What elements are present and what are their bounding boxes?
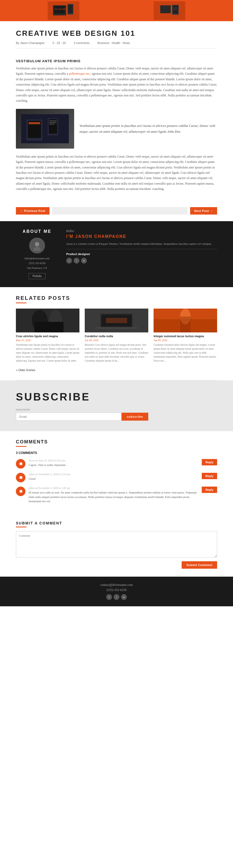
hero-image-right: [154, 1, 185, 20]
reply-button-3[interactable]: Reply: [202, 487, 217, 493]
about-role: Product designer: [66, 252, 217, 256]
post-date: 5 - 23 - 20: [53, 41, 66, 44]
comment-body-2: eldon on November 5, 2020 at 5:53 pm Gre…: [29, 473, 199, 481]
prev-post-button[interactable]: ← Previous Post: [16, 207, 49, 215]
comment-meta-3: eldon on November 5, 2020 at 2:26 am: [29, 487, 199, 490]
hero-image-left: $1,400,000: [48, 1, 79, 20]
footer-twitter-icon[interactable]: t: [113, 594, 120, 600]
footer-facebook-icon[interactable]: f: [106, 594, 112, 600]
about-email: hello@diviresume.com: [16, 256, 58, 261]
section-heading: VESTIBULUM ANTE IPSUM PRIMIS: [16, 59, 217, 63]
post-comments: 3 comments: [74, 41, 90, 44]
subscribe-label: newsletter: [16, 408, 148, 411]
submit-underline: [16, 527, 27, 527]
about-left: ABOUT ME hello@diviresume.com (255) 352-…: [16, 229, 58, 279]
about-name: I'M JASON CHAMPAGNE: [66, 234, 217, 239]
about-bio: Jason is a content creator at Elegant Th…: [66, 242, 217, 249]
hero-banner: $1,400,000: [0, 0, 233, 21]
related-img-1: [16, 309, 79, 333]
related-title-1: Cras utricles ligula sed magna: [16, 335, 79, 338]
related-text-2: Business Cras ultrices ligula sed magna …: [85, 343, 148, 363]
body-text-2: Vestibulum ante ipsum primis in faucibus…: [16, 154, 217, 192]
subscribe-email-input[interactable]: [16, 413, 122, 421]
main-content: VESTIBULUM ANTE IPSUM PRIMIS Vestibulum …: [0, 54, 233, 200]
body-link[interactable]: pellentesque nec,: [69, 72, 91, 75]
comment-text-1: I agree. That is really important.: [29, 463, 199, 467]
related-img-2: [85, 309, 148, 333]
submit-btn-row: Submit Comment: [16, 561, 217, 569]
comment-text-3: Id ornare arcu odio ut sem. Sit amet com…: [29, 490, 199, 503]
subscribe-button[interactable]: subscribe: [122, 413, 148, 421]
footer-email: contact@diviresume.com: [10, 583, 223, 587]
twitter-icon[interactable]: t: [74, 258, 79, 264]
nav-spacer: [52, 207, 188, 215]
svg-rect-25: [34, 322, 64, 333]
footer: contact@diviresume.com (255) 352-6258 f …: [0, 577, 233, 606]
svg-rect-16: [49, 119, 57, 134]
svg-point-20: [35, 242, 39, 246]
svg-rect-34: [180, 316, 191, 333]
comment-item-1: ✱ Jason on June 16, 2020 at 9:01 pm I ag…: [16, 459, 217, 469]
svg-rect-17: [49, 121, 57, 121]
media-quote-block: Vestibulum ante ipsum primis in faucibus…: [16, 109, 217, 149]
reply-button-1[interactable]: Reply: [202, 459, 217, 465]
linkedin-icon[interactable]: in: [81, 258, 87, 264]
comment-avatar-3: ✱: [16, 487, 25, 496]
submit-comment-button[interactable]: Submit Comment: [181, 561, 217, 569]
submit-comment-section: SUBMIT A COMMENT Submit Comment: [0, 516, 233, 577]
about-section: ABOUT ME hello@diviresume.com (255) 352-…: [0, 221, 233, 287]
related-grid: Cras utricles ligula sed magna May 25, 2…: [16, 309, 217, 363]
related-text-1: Vestibulum ante ipsum primis in faucibus…: [16, 343, 79, 363]
related-card-2: Curabitur nulla nulla Jun 09, 2020 Busin…: [85, 309, 148, 363]
svg-rect-7: [173, 6, 178, 13]
svg-rect-30: [106, 318, 127, 323]
comments-count: 3 COMMENTS: [16, 451, 217, 455]
about-hello: Hello!: [66, 229, 217, 233]
older-entries-link[interactable]: « Older Entries: [16, 368, 35, 372]
post-title: CREATIVE WEB DESIGN 101: [16, 29, 217, 38]
related-img-3: [154, 309, 217, 333]
svg-rect-5: [160, 5, 171, 13]
svg-rect-14: [29, 122, 40, 124]
article-image: [16, 109, 74, 149]
related-title-3: Integer euismod lacus luctus magna: [154, 335, 217, 338]
post-header: CREATIVE WEB DESIGN 101 By Jason Champag…: [0, 21, 233, 54]
subscribe-section: SUBSCRIBE newsletter subscribe: [0, 380, 233, 431]
subscribe-form: newsletter subscribe: [16, 408, 148, 421]
about-social-icons: f t in: [66, 258, 217, 264]
comment-body-3: eldon on November 5, 2020 at 2:26 am Id …: [29, 487, 199, 503]
facebook-icon[interactable]: f: [66, 258, 72, 264]
svg-rect-29: [95, 327, 138, 329]
comment-meta-1: Jason on June 16, 2020 at 9:01 pm: [29, 459, 199, 462]
post-meta: By Jason Champagne 5 - 23 - 20 3 comment…: [16, 41, 217, 49]
related-card-1: Cras utricles ligula sed magna May 25, 2…: [16, 309, 79, 363]
comment-avatar-1: ✱: [16, 459, 25, 469]
svg-point-21: [33, 247, 41, 251]
reply-button-2[interactable]: Reply: [202, 473, 217, 479]
comment-item-3: ✱ eldon on November 5, 2020 at 2:26 am I…: [16, 487, 217, 503]
related-section: RELATED POSTS Cras utricles ligula sed m…: [0, 287, 233, 380]
comment-textarea[interactable]: [16, 531, 217, 558]
next-post-button[interactable]: Next Post →: [190, 207, 217, 215]
footer-social-icons: f t in: [10, 594, 223, 600]
comment-item-2: ✱ eldon on November 5, 2020 at 5:53 pm G…: [16, 473, 217, 482]
comments-underline: [16, 446, 27, 447]
svg-rect-19: [49, 124, 55, 124]
portfolio-button[interactable]: Porfolio: [29, 273, 45, 279]
related-title-2: Curabitur nulla nulla: [85, 335, 148, 338]
footer-linkedin-icon[interactable]: in: [121, 594, 127, 600]
about-right: Hello! I'M JASON CHAMPAGNE Jason is a co…: [66, 229, 217, 264]
related-date-3: Jun 09, 2020: [154, 339, 217, 342]
related-date-2: Jun 09, 2020: [85, 339, 148, 342]
avatar: [29, 238, 45, 253]
post-author: By Jason Champagne: [16, 41, 44, 44]
submit-heading: SUBMIT A COMMENT: [16, 521, 217, 525]
related-date-1: May 25, 2020: [16, 339, 79, 342]
comment-text-2: Great!: [29, 476, 199, 481]
about-phone: (255) 352-6258: [16, 261, 58, 266]
related-text-3: Curabitur euismod dolor ultrices ligula …: [154, 343, 217, 363]
svg-text:$1,400,000: $1,400,000: [55, 8, 66, 10]
related-underline: [16, 303, 27, 303]
post-navigation: ← Previous Post Next Post →: [0, 207, 233, 215]
subscribe-row: subscribe: [16, 413, 148, 421]
